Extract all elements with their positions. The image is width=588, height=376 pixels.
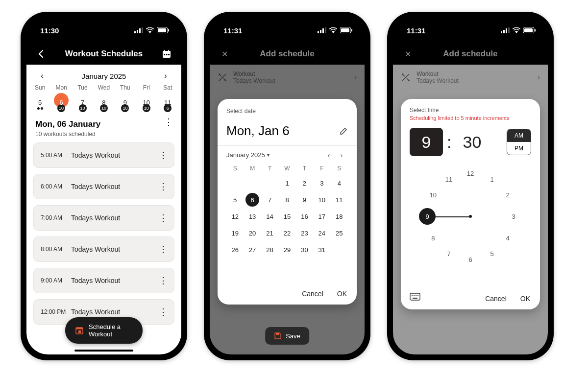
picker-month-label[interactable]: January 2025 (226, 151, 265, 159)
calendar-day[interactable]: 17 (313, 211, 330, 222)
more-icon[interactable]: ⋮ (159, 153, 167, 158)
calendar-day[interactable]: 31 (313, 244, 330, 255)
keyboard-icon[interactable] (410, 293, 420, 301)
calendar-day[interactable]: 3 (313, 178, 330, 188)
clock-hour[interactable]: 7 (443, 250, 455, 258)
calendar-day[interactable]: 7 (261, 194, 278, 205)
svg-rect-40 (417, 295, 418, 296)
hour-input[interactable]: 9 (410, 128, 443, 156)
calendar-day[interactable]: 6 (244, 194, 261, 205)
app-header: ✕ Add schedule (393, 43, 548, 65)
clock-selected[interactable]: 9 (419, 208, 436, 225)
calendar-day[interactable]: 30 (296, 244, 313, 255)
save-button[interactable]: Save (265, 327, 309, 345)
back-icon[interactable] (35, 48, 47, 60)
clock-hour[interactable]: 5 (486, 250, 498, 258)
day-cell[interactable]: 710 (72, 93, 93, 112)
clock-face[interactable]: 121234567891011 (419, 165, 522, 268)
workout-card[interactable]: 5:00 AMTodays Workout⋮ (33, 142, 174, 168)
calendar-day[interactable]: 23 (296, 228, 313, 238)
prev-month-icon[interactable]: ‹ (37, 71, 47, 80)
calendar-day[interactable]: 11 (331, 194, 348, 205)
clock-hour[interactable]: 4 (502, 235, 514, 242)
calendar-day[interactable]: 22 (278, 228, 295, 238)
day-cell[interactable]: 1010 (136, 93, 157, 112)
calendar-day[interactable]: 9 (296, 194, 313, 205)
calendar-day[interactable]: 10 (313, 194, 330, 205)
close-icon[interactable]: ✕ (402, 48, 414, 60)
clock-hour[interactable]: 12 (465, 170, 476, 177)
calendar-day[interactable]: 27 (244, 244, 261, 255)
more-icon[interactable]: ⋮ (159, 247, 167, 252)
calendar-day[interactable]: 29 (278, 244, 295, 255)
workout-card[interactable]: 9:00 AMTodays Workout⋮ (33, 268, 174, 293)
cancel-button[interactable]: Cancel (485, 295, 507, 303)
svg-rect-1 (137, 30, 138, 33)
calendar-day[interactable]: 2 (296, 178, 313, 188)
more-icon[interactable]: ⋮ (159, 215, 167, 221)
clock-hour[interactable]: 1 (486, 175, 498, 183)
workout-row[interactable]: Workout Todays Workout › (393, 65, 548, 90)
ok-button[interactable]: OK (337, 290, 347, 298)
workout-card[interactable]: 8:00 AMTodays Workout⋮ (33, 236, 174, 262)
svg-rect-9 (164, 54, 165, 55)
next-month-icon[interactable]: › (335, 151, 348, 159)
calendar-day[interactable]: 19 (226, 228, 244, 238)
clock-hour[interactable]: 8 (427, 235, 439, 242)
more-icon[interactable]: ⋮ (159, 278, 167, 283)
day-cell[interactable]: 116 (157, 93, 178, 112)
workout-time: 6:00 AM (41, 183, 71, 190)
weekday-label: S (331, 165, 348, 172)
clock-hour[interactable]: 11 (443, 175, 455, 183)
next-month-icon[interactable]: › (161, 71, 171, 80)
ok-button[interactable]: OK (520, 295, 530, 303)
clock-hour[interactable]: 10 (427, 191, 439, 199)
close-icon[interactable]: ✕ (219, 48, 230, 60)
day-cell[interactable]: 610 (50, 93, 72, 112)
calendar-day[interactable]: 28 (261, 244, 278, 255)
calendar-day[interactable]: 8 (278, 194, 295, 205)
workout-card[interactable]: 7:00 AMTodays Workout⋮ (33, 205, 174, 231)
svg-rect-22 (341, 28, 349, 32)
calendar-day[interactable]: 15 (278, 211, 295, 222)
select-time-label: Select time (410, 107, 531, 114)
day-cell[interactable]: 810 (93, 93, 114, 112)
cancel-button[interactable]: Cancel (302, 290, 323, 298)
calendar-day[interactable]: 20 (244, 228, 261, 238)
prev-month-icon[interactable]: ‹ (322, 151, 335, 159)
clock-hour[interactable]: 3 (508, 213, 519, 220)
clock-hour[interactable]: 2 (502, 191, 514, 199)
weekday-label: T (296, 165, 313, 172)
schedule-workout-button[interactable]: Schedule a Workout (65, 317, 143, 344)
edit-icon[interactable] (339, 127, 348, 136)
ampm-toggle[interactable]: AM PM (507, 129, 531, 155)
workout-name: Todays Workout (71, 183, 159, 190)
day-cell[interactable]: 910 (115, 93, 136, 112)
calendar-day[interactable]: 13 (244, 211, 261, 222)
clock-hour[interactable]: 6 (465, 256, 476, 263)
calendar-day[interactable]: 1 (278, 178, 295, 188)
wifi-icon (329, 27, 337, 33)
calendar-icon[interactable] (161, 48, 172, 60)
workout-name: Todays Workout (71, 277, 159, 284)
calendar-day[interactable]: 25 (331, 228, 348, 238)
calendar-day[interactable]: 14 (261, 211, 278, 222)
calendar-day[interactable]: 26 (226, 244, 244, 255)
minute-input[interactable]: 30 (455, 133, 489, 152)
pm-option[interactable]: PM (507, 142, 531, 155)
am-option[interactable]: AM (507, 129, 531, 142)
calendar-day[interactable]: 24 (313, 228, 330, 238)
day-cell[interactable]: 5 (29, 93, 50, 112)
more-icon[interactable]: ⋮ (159, 309, 167, 315)
more-icon[interactable]: ⋮ (164, 119, 172, 125)
calendar-day[interactable]: 18 (331, 211, 348, 222)
calendar-day[interactable]: 21 (261, 228, 278, 238)
calendar-day[interactable]: 5 (226, 194, 244, 205)
calendar-day[interactable]: 4 (331, 178, 348, 188)
more-icon[interactable]: ⋮ (159, 184, 167, 189)
dropdown-icon[interactable]: ▾ (267, 152, 270, 158)
workout-card[interactable]: 6:00 AMTodays Workout⋮ (33, 174, 174, 199)
weekday-label: Thu (115, 84, 136, 91)
calendar-day[interactable]: 16 (296, 211, 313, 222)
calendar-day[interactable]: 12 (226, 211, 244, 222)
